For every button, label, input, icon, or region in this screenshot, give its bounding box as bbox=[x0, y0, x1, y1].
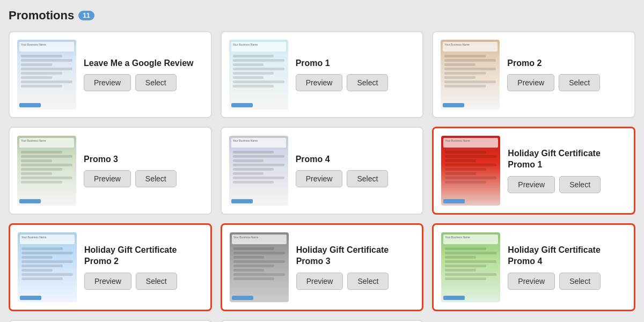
select-button-promo-1[interactable]: Select bbox=[347, 74, 388, 91]
card-actions-hgc-promo-3: PreviewSelect bbox=[296, 273, 415, 290]
card-promo-1: Your Business NamePromo 1PreviewSelect bbox=[221, 31, 424, 118]
card-title-hgc-promo-1: Holiday Gift Certificate Promo 1 bbox=[508, 148, 626, 171]
card-actions-promo-2: PreviewSelect bbox=[507, 74, 627, 91]
card-title-hgc-promo-3: Holiday Gift Certificate Promo 3 bbox=[296, 245, 415, 267]
card-title-google-review: Leave Me a Google Review bbox=[84, 58, 203, 69]
thumbnail-promo-4: Your Business Name bbox=[229, 136, 288, 206]
card-actions-promo-3: PreviewSelect bbox=[84, 170, 203, 187]
thumbnail-promo-1: Your Business Name bbox=[229, 40, 288, 109]
preview-button-hgc-promo-1[interactable]: Preview bbox=[508, 176, 555, 193]
card-title-promo-4: Promo 4 bbox=[296, 154, 415, 165]
preview-button-hgc-promo-2[interactable]: Preview bbox=[84, 273, 131, 290]
card-hgc-promo-3: Your Business NameHoliday Gift Certifica… bbox=[221, 223, 424, 311]
card-info-hgc-promo-1: Holiday Gift Certificate Promo 1PreviewS… bbox=[508, 148, 626, 193]
card-title-promo-3: Promo 3 bbox=[84, 154, 203, 165]
select-button-google-review[interactable]: Select bbox=[135, 74, 177, 91]
thumbnail-promo-3: Your Business Name bbox=[17, 136, 76, 206]
select-button-promo-3[interactable]: Select bbox=[135, 170, 177, 187]
card-title-hgc-promo-2: Holiday Gift Certificate Promo 2 bbox=[84, 245, 203, 267]
card-info-promo-1: Promo 1PreviewSelect bbox=[296, 58, 415, 92]
card-promo-4: Your Business NamePromo 4PreviewSelect bbox=[221, 127, 424, 215]
promotions-count-badge: 11 bbox=[78, 11, 94, 20]
select-button-hgc-promo-1[interactable]: Select bbox=[559, 176, 601, 193]
card-info-hgc-promo-3: Holiday Gift Certificate Promo 3PreviewS… bbox=[296, 245, 415, 290]
card-actions-google-review: PreviewSelect bbox=[84, 74, 203, 91]
select-button-hgc-promo-4[interactable]: Select bbox=[559, 273, 601, 290]
thumbnail-hgc-promo-1: Your Business Name bbox=[441, 136, 500, 206]
card-hgc-promo-1: Your Business NameHoliday Gift Certifica… bbox=[432, 127, 635, 215]
card-actions-hgc-promo-1: PreviewSelect bbox=[508, 176, 626, 193]
select-button-promo-2[interactable]: Select bbox=[559, 74, 600, 91]
card-actions-promo-1: PreviewSelect bbox=[296, 74, 415, 91]
thumbnail-hgc-promo-2: Your Business Name bbox=[18, 232, 77, 302]
thumbnail-hgc-promo-3: Your Business Name bbox=[230, 232, 289, 302]
thumbnail-google-review: Your Business Name bbox=[17, 40, 76, 109]
preview-button-promo-2[interactable]: Preview bbox=[507, 74, 554, 91]
page-header: Promotions 11 bbox=[9, 9, 635, 23]
card-hsp-1: Your Business NameHoliday Service Promo … bbox=[9, 320, 212, 322]
page-title: Promotions bbox=[9, 9, 74, 23]
card-promo-3: Your Business NamePromo 3PreviewSelect bbox=[9, 127, 212, 215]
card-info-promo-2: Promo 2PreviewSelect bbox=[507, 58, 627, 92]
card-info-hgc-promo-2: Holiday Gift Certificate Promo 2PreviewS… bbox=[84, 245, 203, 290]
preview-button-promo-4[interactable]: Preview bbox=[296, 170, 343, 187]
preview-button-promo-1[interactable]: Preview bbox=[296, 74, 343, 91]
card-info-hgc-promo-4: Holiday Gift Certificate Promo 4PreviewS… bbox=[508, 245, 626, 290]
card-promo-2: Your Business NamePromo 2PreviewSelect bbox=[432, 31, 635, 118]
card-actions-hgc-promo-2: PreviewSelect bbox=[84, 273, 203, 290]
preview-button-hgc-promo-3[interactable]: Preview bbox=[296, 273, 343, 290]
card-title-promo-2: Promo 2 bbox=[507, 58, 627, 69]
page-container: Promotions 11 Your Business NameLeave Me… bbox=[0, 0, 644, 322]
card-info-google-review: Leave Me a Google ReviewPreviewSelect bbox=[84, 58, 203, 92]
card-title-hgc-promo-4: Holiday Gift Certificate Promo 4 bbox=[508, 245, 626, 267]
card-actions-hgc-promo-4: PreviewSelect bbox=[508, 273, 626, 290]
card-hsp-2: Your Business NameHoliday Service Promo … bbox=[221, 320, 424, 322]
select-button-hgc-promo-3[interactable]: Select bbox=[347, 273, 389, 290]
preview-button-google-review[interactable]: Preview bbox=[84, 74, 131, 91]
thumbnail-hgc-promo-4: Your Business Name bbox=[441, 232, 500, 302]
thumbnail-promo-2: Your Business Name bbox=[441, 40, 500, 109]
card-title-promo-1: Promo 1 bbox=[296, 58, 415, 69]
card-hgc-promo-2: Your Business NameHoliday Gift Certifica… bbox=[9, 223, 212, 311]
card-google-review: Your Business NameLeave Me a Google Revi… bbox=[9, 31, 212, 118]
promotions-grid: Your Business NameLeave Me a Google Revi… bbox=[9, 31, 635, 322]
select-button-hgc-promo-2[interactable]: Select bbox=[136, 273, 177, 290]
preview-button-hgc-promo-4[interactable]: Preview bbox=[508, 273, 555, 290]
preview-button-promo-3[interactable]: Preview bbox=[84, 170, 131, 187]
card-info-promo-4: Promo 4PreviewSelect bbox=[296, 154, 415, 188]
card-info-promo-3: Promo 3PreviewSelect bbox=[84, 154, 203, 188]
card-hgc-promo-4: Your Business NameHoliday Gift Certifica… bbox=[432, 223, 635, 311]
card-actions-promo-4: PreviewSelect bbox=[296, 170, 415, 187]
select-button-promo-4[interactable]: Select bbox=[347, 170, 388, 187]
